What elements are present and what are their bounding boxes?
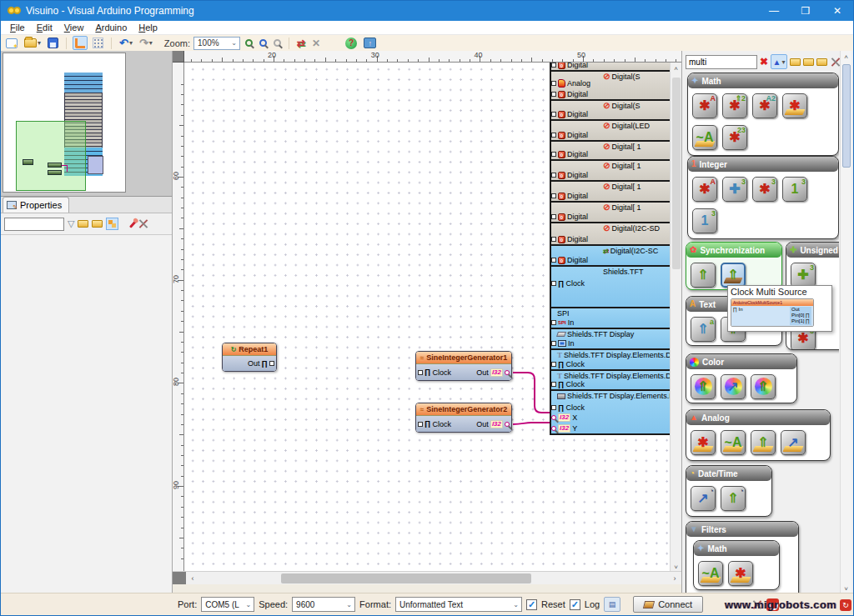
board-channel-row[interactable]: 0Digital bbox=[551, 63, 671, 70]
expand-all-icon[interactable] bbox=[803, 58, 814, 66]
component-tile[interactable]: ✱ bbox=[691, 430, 716, 455]
horizontal-scroll-track[interactable] bbox=[199, 572, 668, 585]
board-pin-digital[interactable]: 0Digital bbox=[551, 213, 588, 221]
category-header[interactable]: ▲Analog bbox=[686, 410, 830, 425]
category-header[interactable]: 1Integer bbox=[688, 157, 838, 172]
pin-clock[interactable]: ∏ Clock bbox=[418, 420, 451, 428]
properties-filter-input[interactable] bbox=[4, 218, 64, 231]
category-header[interactable]: ✚Unsigned bbox=[786, 243, 839, 258]
component-tile[interactable]: 13 bbox=[782, 177, 807, 202]
menu-item-help[interactable]: Help bbox=[133, 22, 163, 33]
board-pin-analog[interactable]: Analog bbox=[551, 79, 590, 88]
board-pin-digital[interactable]: 0Digital bbox=[551, 192, 588, 200]
component-tile[interactable]: ↗ bbox=[781, 430, 806, 455]
undo-button[interactable]: ↶▾ bbox=[118, 36, 134, 50]
board-pin-digital[interactable]: 0Digital bbox=[551, 131, 588, 139]
upload-button[interactable]: ↑ bbox=[362, 36, 378, 50]
arduino-board-component[interactable]: 0Digital⊘Digital(SAnalog0Digital⊘Digital… bbox=[550, 63, 671, 435]
board-pin-clock[interactable]: ∏Clock bbox=[551, 360, 585, 368]
component-tile[interactable]: ↗ bbox=[721, 374, 746, 399]
category-integer[interactable]: 1Integer✱A✚3✱31313 bbox=[687, 156, 839, 239]
component-tile[interactable]: ~A bbox=[698, 561, 723, 586]
scroll-right-arrow[interactable]: › bbox=[668, 572, 681, 585]
component-tile[interactable]: 13 bbox=[692, 208, 717, 233]
menu-item-arduino[interactable]: Arduino bbox=[89, 22, 133, 33]
board-pin-in[interactable]: In bbox=[551, 339, 575, 348]
board-channel-row[interactable]: ⊘Digital(LED0Digital bbox=[551, 119, 671, 140]
category-header[interactable]: ▼Filters bbox=[686, 522, 798, 537]
design-canvas[interactable]: 0Digital⊘Digital(SAnalog0Digital⊘Digital… bbox=[184, 63, 671, 573]
board-channel-row[interactable]: Shields.TFT∏Clock bbox=[551, 265, 671, 307]
component-tile[interactable]: ↗◔ bbox=[691, 486, 716, 511]
component-tile[interactable]: ✱ bbox=[782, 93, 807, 118]
zoom-select[interactable]: 100%⌄ bbox=[193, 37, 240, 50]
redo-button[interactable]: ↷▾ bbox=[138, 36, 154, 50]
collapse-all-icon[interactable] bbox=[816, 58, 827, 66]
component-search-input[interactable] bbox=[686, 55, 757, 69]
board-pin-digital[interactable]: 0Digital bbox=[551, 110, 588, 118]
category-header[interactable]: ✿Synchronization bbox=[686, 243, 781, 258]
board-channel-row[interactable]: TShields.TFT Display.Elements.Dra∏Clock bbox=[551, 369, 671, 389]
log-checkbox[interactable]: ✓ bbox=[570, 599, 580, 610]
collapse-group-icon[interactable] bbox=[92, 220, 103, 228]
board-channel-row[interactable]: ⊘Digital[ 10Digital bbox=[551, 140, 671, 159]
pin-clock[interactable]: ∏ Clock bbox=[418, 368, 451, 377]
close-button[interactable]: ✕ bbox=[821, 1, 853, 21]
delete-button[interactable]: ✕ bbox=[310, 36, 322, 50]
component-tile[interactable]: ✱A2 bbox=[752, 93, 777, 118]
board-pin-digital[interactable]: 0Digital bbox=[551, 235, 588, 243]
board-pin-in[interactable]: SPIIn bbox=[551, 318, 574, 327]
board-pin-clock[interactable]: ∏Clock bbox=[551, 279, 585, 288]
properties-tools-icon[interactable] bbox=[138, 218, 148, 229]
board-pin-digital[interactable]: 0Digital bbox=[551, 150, 588, 158]
category-datetime[interactable]: ◔Date/Time↗◔⇑◔ bbox=[686, 465, 772, 517]
menu-item-view[interactable]: View bbox=[58, 22, 90, 33]
tab-properties[interactable]: Properties bbox=[3, 197, 69, 213]
component-tile[interactable]: ✚3 bbox=[722, 177, 747, 202]
grid-toggle[interactable] bbox=[91, 36, 105, 50]
menu-item-edit[interactable]: Edit bbox=[31, 22, 58, 33]
category-math[interactable]: ✦Math~A✱ bbox=[693, 540, 780, 590]
board-channel-row[interactable]: ⊘Digital(I2C-SD0Digital bbox=[551, 222, 671, 244]
component-tile[interactable]: ⇑◔ bbox=[721, 486, 746, 511]
board-channel-row[interactable]: ⇄Digital(I2C-SC0Digital bbox=[551, 244, 671, 265]
expand-group-icon[interactable] bbox=[78, 220, 88, 228]
category-color[interactable]: Color⇑↗⇑ bbox=[686, 353, 797, 403]
component-sineintegergenerator2[interactable]: ≈ SineIntegerGenerator2 ∏ Clock Out I32 bbox=[415, 403, 512, 433]
save-project-button[interactable] bbox=[46, 36, 60, 50]
board-pin-digital[interactable]: 0Digital bbox=[551, 256, 588, 264]
scroll-up-arrow[interactable]: ˄ bbox=[841, 51, 851, 63]
pin-icon[interactable] bbox=[130, 220, 138, 228]
category-synchronization[interactable]: ✿Synchronization⇑⇑ bbox=[686, 242, 782, 290]
scroll-up-arrow[interactable]: ˄ bbox=[671, 63, 681, 74]
minimap[interactable] bbox=[1, 51, 172, 197]
board-pin-digital[interactable]: 0Digital bbox=[551, 90, 588, 98]
serial-log-button[interactable]: ▤ bbox=[604, 597, 620, 612]
speed-select[interactable]: 9600⌄ bbox=[292, 597, 355, 612]
board-pin-clock[interactable]: ∏Clock bbox=[551, 403, 585, 412]
board-pin-digital[interactable]: 0Digital bbox=[551, 171, 588, 179]
clear-search-icon[interactable]: ✖ bbox=[760, 56, 768, 68]
board-channel-row[interactable]: ⊘Digital(SAnalog0Digital bbox=[551, 70, 671, 99]
palette-scrollbar[interactable]: ˄ ˅ bbox=[840, 51, 851, 593]
port-select[interactable]: COM5 (L⌄ bbox=[201, 597, 254, 612]
category-analog[interactable]: ▲Analog✱~A⇑↗ bbox=[686, 409, 831, 461]
pin-out[interactable]: Out ∏ bbox=[248, 359, 274, 368]
zoom-reset-button[interactable] bbox=[272, 36, 283, 50]
category-header[interactable]: ✦Math bbox=[694, 541, 779, 556]
board-pin-digital[interactable]: 0Digital bbox=[551, 63, 588, 69]
board-channel-row[interactable]: ⊘Digital[ 10Digital bbox=[551, 180, 671, 201]
component-tile-selected[interactable]: ⇑ bbox=[721, 263, 746, 288]
board-pin-y[interactable]: I32Y bbox=[551, 424, 577, 433]
new-project-button[interactable] bbox=[4, 36, 19, 50]
category-header[interactable]: Color bbox=[686, 354, 796, 369]
reset-checkbox[interactable]: ✓ bbox=[526, 599, 537, 610]
component-tile[interactable]: ~A bbox=[692, 125, 717, 150]
category-filters[interactable]: ▼Filters✦Math~A✱ bbox=[686, 521, 799, 593]
component-tile[interactable]: ⇑ bbox=[751, 374, 776, 399]
component-tile[interactable]: ✱⇑2 bbox=[722, 93, 747, 118]
connect-button[interactable]: Connect bbox=[633, 596, 703, 613]
component-tile[interactable]: ✱ bbox=[728, 561, 753, 586]
vertical-scroll-thumb[interactable] bbox=[672, 78, 681, 269]
help-button[interactable]: ? bbox=[344, 36, 359, 50]
